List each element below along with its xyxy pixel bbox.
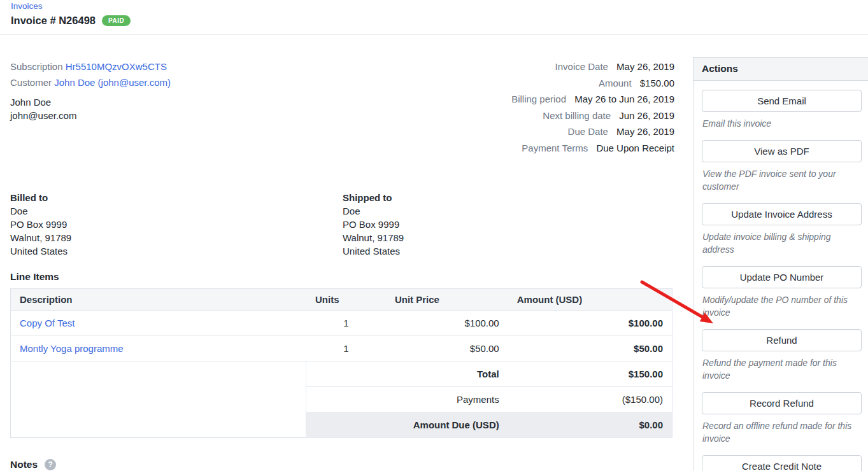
table-header-row: Description Units Unit Price Amount (USD… [11, 289, 672, 311]
title-row: Invoice # N26498 PAID [11, 15, 857, 27]
cell-amount: $50.00 [508, 336, 672, 362]
notes-title: Notes [10, 459, 38, 470]
line-item-link[interactable]: Montly Yoga programme [20, 343, 124, 354]
total-row: Total $150.00 [11, 362, 672, 387]
meta-label: Amount [599, 78, 632, 88]
invoice-detail-page: Invoices Invoice # N26498 PAID Subscript… [0, 0, 868, 471]
subscription-id-link[interactable]: Hr5510MQzvOXw5CTS [66, 61, 167, 72]
meta-next-billing-date: Next billing date Jun 26, 2019 [303, 108, 674, 124]
payments-row: Payments ($150.00) [11, 387, 672, 412]
billed-to-line: PO Box 9999 [10, 218, 343, 231]
table-row: Copy Of Test 1 $100.00 $100.00 [11, 311, 672, 336]
meta-label: Due Date [568, 126, 608, 137]
payments-label: Payments [306, 387, 508, 412]
shipped-to-line: Walnut, 91789 [343, 231, 404, 244]
spacer-cell [11, 387, 306, 412]
meta-value: May 26 to Jun 26, 2019 [574, 94, 674, 104]
spacer-cell [11, 362, 306, 387]
amount-due-value: $0.00 [508, 412, 672, 438]
cell-units: 1 [306, 311, 386, 336]
spacer-cell [11, 412, 306, 438]
col-amount: Amount (USD) [508, 289, 672, 311]
page-header: Invoices Invoice # N26498 PAID [0, 0, 868, 35]
meta-value: May 26, 2019 [616, 126, 674, 137]
meta-amount: Amount $150.00 [303, 75, 674, 92]
send-email-button[interactable]: Send Email [702, 90, 862, 112]
shipped-to-title: Shipped to [343, 191, 404, 204]
col-description: Description [11, 289, 306, 311]
send-email-caption: Email this invoice [702, 117, 861, 130]
meta-value: Due Upon Receipt [596, 143, 674, 153]
status-badge-paid: PAID [102, 15, 131, 26]
customer-block: Subscription Hr5510MQzvOXw5CTS Customer … [10, 59, 303, 156]
shipped-to-block: Shipped to Doe PO Box 9999 Walnut, 91789… [343, 191, 404, 258]
customer-link[interactable]: John Doe (john@user.com) [54, 77, 171, 88]
cell-unit-price: $100.00 [386, 311, 508, 336]
customer-label: Customer [10, 77, 52, 88]
notes-section: Notes ? [10, 459, 674, 470]
col-units: Units [306, 289, 386, 311]
col-unit-price: Unit Price [386, 289, 508, 311]
shipped-to-line: PO Box 9999 [343, 218, 404, 231]
billed-to-line: Doe [10, 204, 343, 218]
update-po-number-caption: Modify/update the PO number of this invo… [702, 293, 861, 319]
meta-label: Next billing date [543, 110, 611, 121]
actions-panel-title: Actions [694, 58, 868, 81]
meta-due-date: Due Date May 26, 2019 [303, 123, 674, 140]
refund-button[interactable]: Refund [702, 329, 862, 351]
table-row: Montly Yoga programme 1 $50.00 $50.00 [11, 336, 672, 362]
meta-value: Jun 26, 2019 [619, 110, 674, 121]
addresses-row: Billed to Doe PO Box 9999 Walnut, 91789 … [10, 191, 674, 258]
line-items-title: Line Items [10, 271, 674, 283]
breadcrumb-invoices-link[interactable]: Invoices [11, 1, 43, 11]
update-po-number-button[interactable]: Update PO Number [702, 266, 862, 288]
create-credit-note-button[interactable]: Create Credit Note [702, 455, 862, 471]
refund-caption: Refund the payment made for this invoice [702, 356, 861, 382]
meta-value: $150.00 [640, 78, 674, 88]
customer-email: john@user.com [10, 109, 303, 122]
update-invoice-address-caption: Update invoice billing & shipping addres… [702, 230, 861, 256]
page-title: Invoice # N26498 [11, 15, 96, 27]
meta-label: Billing period [511, 94, 566, 104]
invoice-meta-block: Invoice Date May 26, 2019 Amount $150.00… [303, 59, 674, 156]
billed-to-block: Billed to Doe PO Box 9999 Walnut, 91789 … [10, 191, 343, 258]
meta-billing-period: Billing period May 26 to Jun 26, 2019 [303, 91, 674, 108]
cell-description: Copy Of Test [11, 311, 306, 336]
meta-label: Payment Terms [522, 143, 588, 153]
record-refund-caption: Record an offline refund made for this i… [702, 419, 861, 445]
view-as-pdf-caption: View the PDF invoice sent to your custom… [702, 167, 861, 193]
meta-payment-terms: Payment Terms Due Upon Receipt [303, 140, 674, 157]
customer-name: John Doe [10, 95, 303, 109]
cell-unit-price: $50.00 [386, 336, 508, 362]
billed-to-title: Billed to [10, 191, 343, 204]
shipped-to-line: United States [343, 244, 404, 258]
total-value: $150.00 [508, 362, 672, 387]
amount-due-label: Amount Due (USD) [306, 412, 508, 438]
cell-description: Montly Yoga programme [11, 336, 306, 362]
meta-value: May 26, 2019 [616, 61, 674, 72]
meta-invoice-date: Invoice Date May 26, 2019 [303, 59, 674, 75]
cell-units: 1 [306, 336, 386, 362]
meta-label: Invoice Date [555, 61, 608, 72]
shipped-to-line: Doe [343, 204, 404, 218]
billed-to-line: Walnut, 91789 [10, 231, 343, 244]
view-as-pdf-button[interactable]: View as PDF [702, 140, 862, 162]
subscription-label: Subscription [10, 61, 63, 72]
customer-line: Customer John Doe (john@user.com) [10, 74, 303, 90]
invoice-main: Subscription Hr5510MQzvOXw5CTS Customer … [10, 35, 674, 470]
billed-to-line: United States [10, 244, 343, 258]
actions-panel-body: Send Email Email this invoice View as PD… [694, 81, 868, 471]
summary-row: Subscription Hr5510MQzvOXw5CTS Customer … [10, 59, 674, 156]
cell-amount: $100.00 [508, 311, 672, 336]
help-question-icon[interactable]: ? [45, 459, 56, 470]
subscription-line: Subscription Hr5510MQzvOXw5CTS [10, 59, 303, 74]
total-label: Total [306, 362, 508, 387]
record-refund-button[interactable]: Record Refund [702, 392, 862, 414]
update-invoice-address-button[interactable]: Update Invoice Address [702, 203, 862, 225]
payments-value: ($150.00) [508, 387, 672, 412]
line-item-link[interactable]: Copy Of Test [20, 318, 75, 328]
line-items-table: Description Units Unit Price Amount (USD… [10, 288, 672, 438]
amount-due-row: Amount Due (USD) $0.00 [11, 412, 672, 438]
actions-panel: Actions Send Email Email this invoice Vi… [693, 57, 868, 471]
